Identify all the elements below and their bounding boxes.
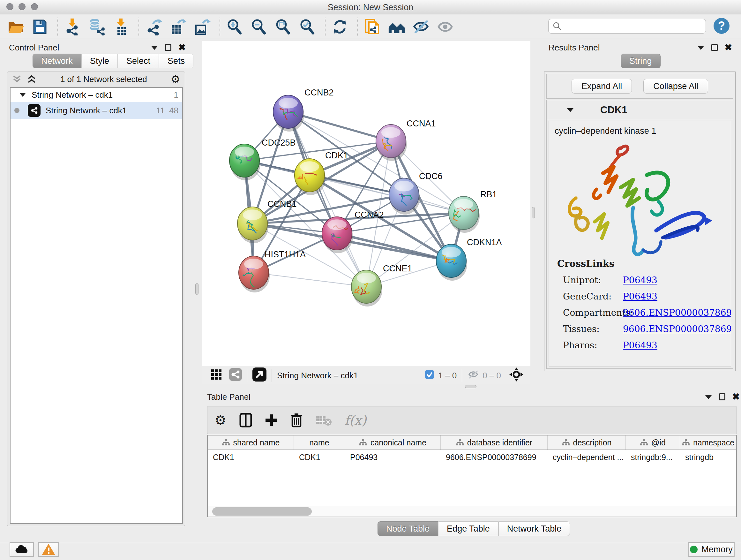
panel-close-icon[interactable]: ✖ [179,44,186,51]
horizontal-scrollbar[interactable] [208,506,736,516]
crosslink-link[interactable]: 9606.ENSP00000378699 [623,324,731,334]
column-type-icon [562,439,570,446]
crosslink-link[interactable]: P06493 [623,340,657,351]
share-view-icon[interactable] [229,368,242,383]
panel-dropdown-icon[interactable] [151,46,158,50]
table-cell[interactable]: cyclin–dependent ... [548,450,626,464]
table-cell[interactable]: stringdb [680,450,736,464]
show-eye-icon[interactable] [436,18,454,36]
crosslink-link[interactable]: P06493 [623,291,657,302]
network-edge-HIST1H1A-CCNE1[interactable] [254,273,366,287]
crosslink-link[interactable]: 9606.ENSP00000378699 [623,307,731,318]
tab-network[interactable]: Network [32,54,81,68]
export-image-icon[interactable] [193,18,211,36]
export-table-icon[interactable] [169,18,186,36]
table-settings-gear-icon[interactable]: ⚙ [214,413,226,428]
expand-all-icon[interactable] [26,74,37,84]
hidden-glasses-icon[interactable] [467,369,479,382]
table-cell[interactable]: CDK1 [208,450,294,464]
collapse-all-button[interactable]: Collapse All [643,79,708,94]
help-icon[interactable]: ? [714,18,730,34]
section-expand-icon[interactable] [567,108,574,112]
column-header--id[interactable]: @id [626,435,680,449]
table-cell[interactable]: P06493 [345,450,441,464]
grid-view-icon[interactable] [211,369,222,382]
memory-button[interactable]: Memory [688,542,735,557]
column-header-namespace[interactable]: namespace [680,435,736,449]
tab-node-table[interactable]: Node Table [378,521,438,536]
network-row[interactable]: String Network – cdk1 11 48 [10,102,182,119]
panel-close-icon[interactable]: ✖ [725,44,732,51]
column-header-shared-name[interactable]: shared name [208,435,294,449]
panel-dropdown-icon[interactable] [705,395,712,399]
collection-expand-icon[interactable] [19,93,26,97]
network-node-CCNB2[interactable] [273,95,304,132]
tab-string[interactable]: String [621,54,661,68]
protein-section-header[interactable]: CDK1 [547,100,733,120]
warning-icon[interactable] [38,542,59,557]
tab-style[interactable]: Style [81,54,118,68]
save-icon[interactable] [31,18,49,36]
import-network-icon[interactable] [64,18,81,36]
add-column-icon[interactable] [265,414,278,427]
table-cell[interactable]: CDK1 [294,450,345,464]
zoom-out-icon[interactable] [250,18,267,36]
fit-content-crosshair-icon[interactable] [509,368,523,384]
column-header-description[interactable]: description [548,435,626,449]
expand-all-button[interactable]: Expand All [571,79,632,94]
column-header-name[interactable]: name [294,435,345,449]
network-node-RB1[interactable] [449,196,480,233]
open-folder-icon[interactable] [7,18,24,36]
export-network-icon[interactable] [145,18,162,36]
network-node-CCNA1[interactable] [376,125,407,161]
network-collection-row[interactable]: String Network – cdk1 1 [10,88,182,102]
left-splitter-handle[interactable] [195,283,199,295]
search-bar[interactable] [548,19,706,34]
tab-select[interactable]: Select [118,54,159,68]
delete-column-icon[interactable] [290,413,302,428]
network-node-HIST1H1A[interactable] [239,256,270,293]
right-splitter-handle[interactable] [532,207,535,219]
import-table-icon[interactable] [112,18,130,36]
network-node-CCNB1[interactable] [238,207,268,243]
import-database-icon[interactable] [88,18,105,36]
network-edge-CCNB2-CCNE1[interactable] [288,112,366,287]
network-canvas[interactable]: CCNB2CCNA1CDC25BCDK1CDC6RB1CCNB1CCNA2CDK… [202,41,530,367]
panel-float-icon[interactable] [165,44,172,51]
show-columns-icon[interactable] [239,413,252,428]
table-cell[interactable]: stringdb:9... [626,450,680,464]
copy-network-icon[interactable] [364,18,381,36]
column-header-database-identifier[interactable]: database identifier [441,435,548,449]
network-node-CDK1[interactable] [294,159,326,195]
column-header-canonical-name[interactable]: canonical name [345,435,441,449]
scrollbar-thumb[interactable] [212,507,312,516]
tab-sets[interactable]: Sets [159,54,193,68]
open-in-browser-icon[interactable] [253,368,266,384]
tab-edge-table[interactable]: Edge Table [438,521,498,536]
bottom-splitter-handle[interactable] [465,385,476,388]
network-node-CCNA2[interactable] [322,217,353,253]
crosslink-link[interactable]: P06493 [623,275,657,286]
panel-dropdown-icon[interactable] [697,46,704,50]
collapse-all-icon[interactable] [12,74,22,84]
network-node-CDC6[interactable] [389,178,420,214]
refresh-icon[interactable] [331,18,348,36]
selected-checkbox-icon[interactable] [425,370,434,381]
zoom-selected-icon[interactable] [299,18,316,36]
panel-float-icon[interactable] [711,44,718,51]
network-node-CCNE1[interactable] [351,270,382,307]
tab-network-table[interactable]: Network Table [498,521,570,536]
network-node-CDKN1A[interactable] [436,244,467,281]
table-row[interactable]: CDK1CDK1P064939606.ENSP00000378699cyclin… [208,450,736,464]
cloud-icon[interactable] [10,542,34,557]
gear-icon[interactable]: ⚙ [171,73,180,85]
panel-close-icon[interactable]: ✖ [732,393,740,400]
zoom-fit-icon[interactable] [274,18,292,36]
hide-glasses-icon[interactable] [412,18,429,36]
network-node-CDC25B[interactable] [229,144,260,180]
zoom-in-icon[interactable] [226,18,243,36]
search-input[interactable] [562,22,699,31]
table-cell[interactable]: 9606.ENSP00000378699 [441,450,548,464]
string-home-icon[interactable] [388,18,405,36]
panel-float-icon[interactable] [719,393,725,400]
